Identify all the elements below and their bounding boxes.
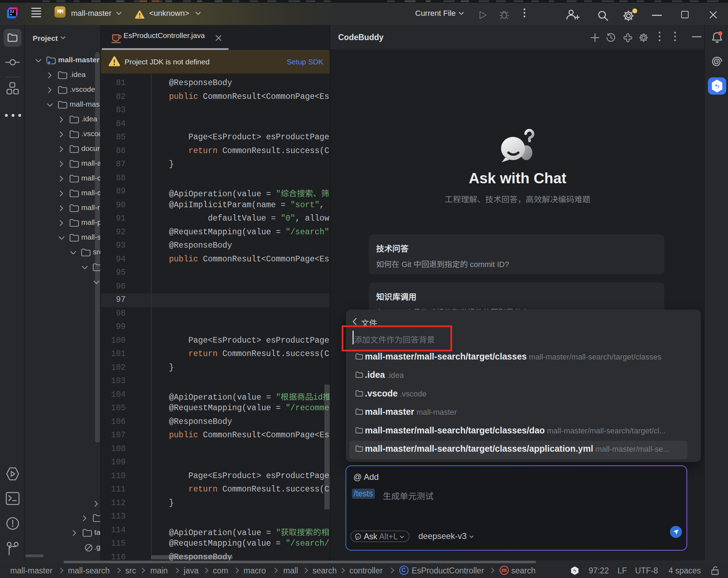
svg-text:IJ: IJ <box>10 10 14 14</box>
